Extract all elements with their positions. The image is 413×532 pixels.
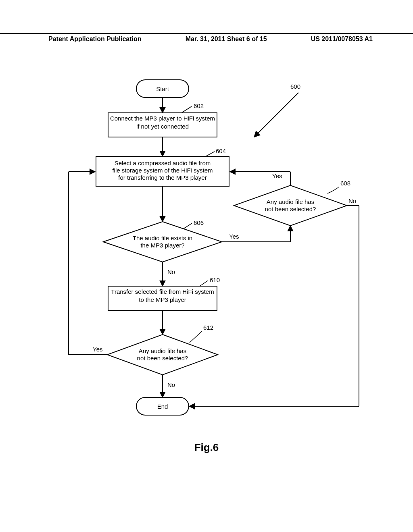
flowchart-diagram: Start 600 Connect the MP3 player to HiFi… [48, 69, 371, 451]
page-header: Patent Application Publication Mar. 31, … [0, 33, 413, 43]
ref-610: 610 [210, 276, 220, 283]
svg-line-1 [254, 93, 298, 137]
node-604-l3: for transferring to the MP3 player [118, 174, 206, 181]
node-602: Connect the MP3 player to HiFi system if… [110, 114, 215, 130]
svg-line-21 [200, 281, 208, 286]
ref-612: 612 [203, 324, 213, 331]
ref-600: 600 [290, 83, 300, 90]
node-606-l1: The audio file exists in [133, 235, 192, 241]
node-612-l2: not been selected? [137, 355, 188, 362]
node-end: End [157, 403, 168, 410]
node-612-l1: Any audio file has [139, 347, 186, 354]
svg-line-7 [206, 152, 215, 156]
ref-608: 608 [340, 180, 350, 187]
node-604-l2: file storage system of the HiFi system [112, 167, 213, 174]
label-608-yes: Yes [272, 172, 282, 179]
header-left: Patent Application Publication [48, 35, 142, 43]
header-right: US 2011/0078053 A1 [311, 35, 373, 43]
label-612-yes: Yes [93, 346, 102, 353]
header-middle: Mar. 31, 2011 Sheet 6 of 15 [186, 35, 267, 43]
label-612-no: No [167, 381, 175, 388]
label-606-no: No [167, 268, 175, 275]
node-608-l1: Any audio file has [267, 198, 314, 205]
figure-caption: Fig.6 [0, 441, 413, 454]
ref-602: 602 [194, 102, 204, 109]
node-610: Transfer selected file from HiFi system … [110, 288, 215, 303]
node-start: Start [156, 85, 169, 92]
label-608-no: No [348, 197, 356, 204]
svg-line-4 [181, 106, 192, 113]
label-606-yes: Yes [229, 233, 239, 240]
node-604-l1: Select a compressed audio file from [115, 160, 211, 166]
node-608-l2: not been selected? [265, 206, 316, 212]
node-606-l2: the MP3 player? [140, 242, 184, 249]
ref-606: 606 [194, 219, 204, 226]
svg-line-10 [183, 223, 192, 229]
ref-604: 604 [216, 148, 226, 154]
